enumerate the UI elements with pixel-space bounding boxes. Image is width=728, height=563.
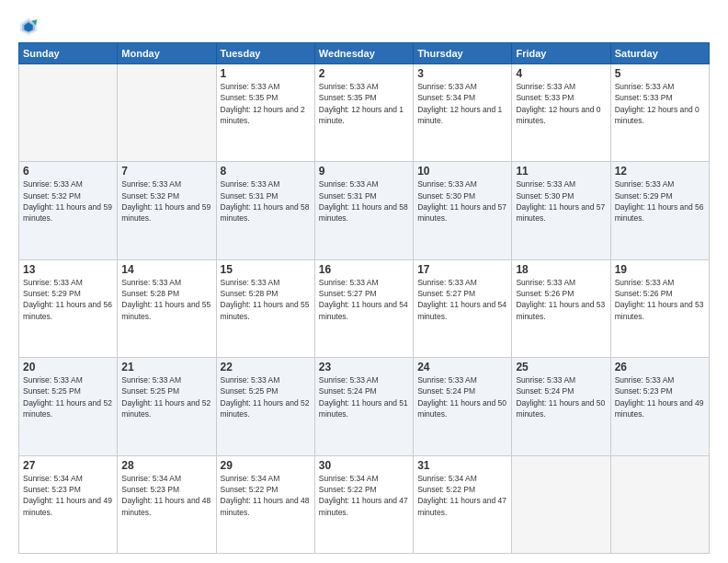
day-info: Sunrise: 5:33 AMSunset: 5:28 PMDaylight:… (121, 277, 211, 322)
day-number: 31 (417, 459, 507, 472)
page: SundayMondayTuesdayWednesdayThursdayFrid… (0, 0, 728, 563)
calendar-day-cell: 18Sunrise: 5:33 AMSunset: 5:26 PMDayligh… (512, 259, 610, 357)
day-number: 29 (221, 459, 311, 472)
day-number: 15 (221, 263, 311, 276)
day-info: Sunrise: 5:33 AMSunset: 5:34 PMDaylight:… (417, 81, 507, 126)
day-number: 3 (417, 67, 507, 80)
calendar-day-cell: 15Sunrise: 5:33 AMSunset: 5:28 PMDayligh… (216, 259, 314, 357)
calendar-day-cell: 4Sunrise: 5:33 AMSunset: 5:33 PMDaylight… (512, 64, 610, 162)
calendar-day-cell: 20Sunrise: 5:33 AMSunset: 5:25 PMDayligh… (19, 358, 118, 455)
calendar-day-cell (118, 64, 216, 162)
day-info: Sunrise: 5:34 AMSunset: 5:22 PMDaylight:… (221, 473, 311, 518)
calendar-day-cell: 19Sunrise: 5:33 AMSunset: 5:26 PMDayligh… (610, 259, 709, 357)
calendar-day-cell: 12Sunrise: 5:33 AMSunset: 5:29 PMDayligh… (610, 162, 709, 259)
day-number: 6 (23, 165, 113, 178)
day-number: 10 (417, 165, 507, 178)
day-number: 19 (615, 263, 705, 276)
day-info: Sunrise: 5:33 AMSunset: 5:25 PMDaylight:… (121, 374, 211, 419)
day-info: Sunrise: 5:33 AMSunset: 5:29 PMDaylight:… (23, 277, 113, 322)
day-info: Sunrise: 5:33 AMSunset: 5:25 PMDaylight:… (221, 374, 311, 419)
day-info: Sunrise: 5:33 AMSunset: 5:31 PMDaylight:… (319, 178, 409, 224)
calendar-day-cell: 9Sunrise: 5:33 AMSunset: 5:31 PMDaylight… (314, 162, 413, 259)
calendar-day-cell: 2Sunrise: 5:33 AMSunset: 5:35 PMDaylight… (314, 64, 413, 162)
calendar-table: SundayMondayTuesdayWednesdayThursdayFrid… (18, 42, 710, 554)
calendar-day-cell: 6Sunrise: 5:33 AMSunset: 5:32 PMDaylight… (19, 162, 118, 259)
day-number: 12 (615, 165, 705, 178)
day-info: Sunrise: 5:33 AMSunset: 5:24 PMDaylight:… (417, 374, 507, 419)
day-number: 21 (121, 361, 211, 373)
day-number: 18 (516, 263, 606, 276)
calendar-day-cell (19, 64, 118, 162)
day-number: 17 (417, 263, 507, 276)
day-number: 1 (221, 67, 311, 80)
day-number: 26 (615, 361, 705, 373)
weekday-header-tuesday: Tuesday (216, 43, 314, 64)
weekday-header-saturday: Saturday (610, 43, 709, 64)
calendar-day-cell: 21Sunrise: 5:33 AMSunset: 5:25 PMDayligh… (118, 358, 216, 455)
day-info: Sunrise: 5:33 AMSunset: 5:33 PMDaylight:… (615, 81, 705, 126)
calendar-week-row: 13Sunrise: 5:33 AMSunset: 5:29 PMDayligh… (19, 259, 710, 357)
calendar-day-cell: 30Sunrise: 5:34 AMSunset: 5:22 PMDayligh… (314, 455, 413, 553)
day-info: Sunrise: 5:33 AMSunset: 5:35 PMDaylight:… (221, 81, 311, 126)
day-number: 14 (121, 263, 211, 276)
calendar-week-row: 6Sunrise: 5:33 AMSunset: 5:32 PMDaylight… (19, 162, 710, 259)
day-number: 20 (23, 361, 113, 373)
day-number: 11 (516, 165, 606, 178)
day-info: Sunrise: 5:33 AMSunset: 5:30 PMDaylight:… (516, 178, 606, 224)
calendar-day-cell: 7Sunrise: 5:33 AMSunset: 5:32 PMDaylight… (118, 162, 216, 259)
calendar-day-cell: 23Sunrise: 5:33 AMSunset: 5:24 PMDayligh… (314, 358, 413, 455)
day-info: Sunrise: 5:33 AMSunset: 5:29 PMDaylight:… (615, 178, 705, 224)
calendar-header-row: SundayMondayTuesdayWednesdayThursdayFrid… (19, 43, 710, 64)
day-info: Sunrise: 5:33 AMSunset: 5:27 PMDaylight:… (417, 277, 507, 322)
weekday-header-sunday: Sunday (19, 43, 118, 64)
calendar-day-cell (610, 455, 709, 553)
day-number: 9 (319, 165, 409, 178)
weekday-header-wednesday: Wednesday (314, 43, 413, 64)
day-info: Sunrise: 5:34 AMSunset: 5:23 PMDaylight:… (23, 473, 113, 518)
day-number: 25 (516, 361, 606, 373)
day-info: Sunrise: 5:34 AMSunset: 5:23 PMDaylight:… (121, 473, 211, 518)
calendar-day-cell: 8Sunrise: 5:33 AMSunset: 5:31 PMDaylight… (216, 162, 314, 259)
calendar-day-cell: 24Sunrise: 5:33 AMSunset: 5:24 PMDayligh… (414, 358, 512, 455)
weekday-header-monday: Monday (118, 43, 216, 64)
calendar-day-cell: 27Sunrise: 5:34 AMSunset: 5:23 PMDayligh… (19, 455, 118, 553)
calendar-day-cell: 1Sunrise: 5:33 AMSunset: 5:35 PMDaylight… (216, 64, 314, 162)
day-info: Sunrise: 5:33 AMSunset: 5:24 PMDaylight:… (516, 374, 606, 419)
day-number: 13 (23, 263, 113, 276)
logo (18, 17, 40, 37)
day-info: Sunrise: 5:33 AMSunset: 5:32 PMDaylight:… (121, 178, 211, 224)
day-number: 24 (417, 361, 507, 373)
day-number: 27 (23, 459, 113, 472)
day-info: Sunrise: 5:33 AMSunset: 5:23 PMDaylight:… (615, 374, 705, 419)
day-info: Sunrise: 5:33 AMSunset: 5:33 PMDaylight:… (516, 81, 606, 126)
day-number: 30 (319, 459, 409, 472)
day-number: 2 (319, 67, 409, 80)
day-info: Sunrise: 5:33 AMSunset: 5:24 PMDaylight:… (319, 374, 409, 419)
day-number: 16 (319, 263, 409, 276)
calendar-day-cell: 3Sunrise: 5:33 AMSunset: 5:34 PMDaylight… (414, 64, 512, 162)
calendar-day-cell: 5Sunrise: 5:33 AMSunset: 5:33 PMDaylight… (610, 64, 709, 162)
calendar-day-cell: 16Sunrise: 5:33 AMSunset: 5:27 PMDayligh… (314, 259, 413, 357)
calendar-day-cell: 10Sunrise: 5:33 AMSunset: 5:30 PMDayligh… (414, 162, 512, 259)
day-info: Sunrise: 5:33 AMSunset: 5:26 PMDaylight:… (516, 277, 606, 322)
calendar-day-cell: 31Sunrise: 5:34 AMSunset: 5:22 PMDayligh… (414, 455, 512, 553)
day-info: Sunrise: 5:34 AMSunset: 5:22 PMDaylight:… (417, 473, 507, 518)
day-number: 5 (615, 67, 705, 80)
calendar-day-cell: 22Sunrise: 5:33 AMSunset: 5:25 PMDayligh… (216, 358, 314, 455)
calendar-day-cell: 29Sunrise: 5:34 AMSunset: 5:22 PMDayligh… (216, 455, 314, 553)
day-info: Sunrise: 5:33 AMSunset: 5:25 PMDaylight:… (23, 374, 113, 419)
day-number: 8 (221, 165, 311, 178)
day-info: Sunrise: 5:34 AMSunset: 5:22 PMDaylight:… (319, 473, 409, 518)
calendar-day-cell (512, 455, 610, 553)
calendar-day-cell: 25Sunrise: 5:33 AMSunset: 5:24 PMDayligh… (512, 358, 610, 455)
weekday-header-thursday: Thursday (414, 43, 512, 64)
calendar-day-cell: 13Sunrise: 5:33 AMSunset: 5:29 PMDayligh… (19, 259, 118, 357)
calendar-week-row: 1Sunrise: 5:33 AMSunset: 5:35 PMDaylight… (19, 64, 710, 162)
day-info: Sunrise: 5:33 AMSunset: 5:35 PMDaylight:… (319, 81, 409, 126)
day-info: Sunrise: 5:33 AMSunset: 5:28 PMDaylight:… (221, 277, 311, 322)
day-info: Sunrise: 5:33 AMSunset: 5:31 PMDaylight:… (221, 178, 311, 224)
calendar-day-cell: 11Sunrise: 5:33 AMSunset: 5:30 PMDayligh… (512, 162, 610, 259)
header (18, 17, 710, 37)
day-number: 22 (221, 361, 311, 373)
calendar-day-cell: 14Sunrise: 5:33 AMSunset: 5:28 PMDayligh… (118, 259, 216, 357)
